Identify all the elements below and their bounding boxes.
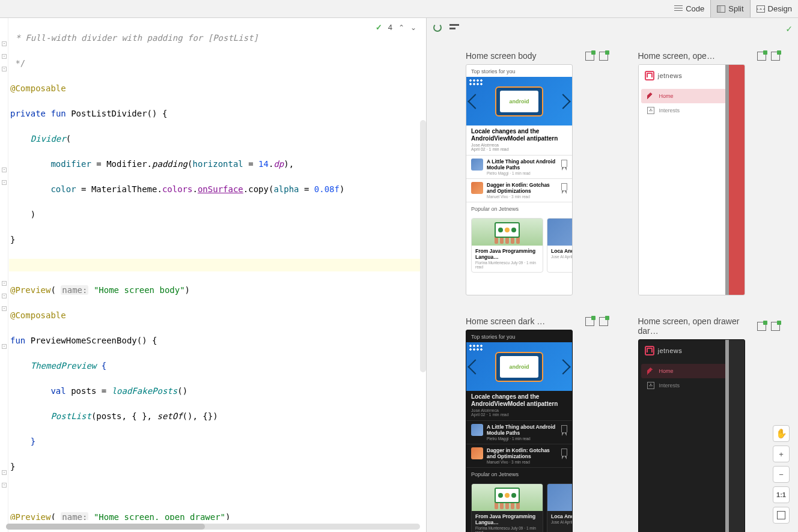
interactive-preview-icon[interactable]	[599, 52, 608, 61]
drawer-label: Home	[659, 93, 674, 99]
preview-title: Home screen body	[466, 51, 537, 61]
fold-marker[interactable]: -	[2, 180, 7, 185]
card: From Java Programming Langua…Florina Mun…	[471, 218, 543, 273]
row-meta: Manuel Vivo · 3 min read	[487, 460, 558, 464]
chevron-left-icon	[468, 359, 483, 374]
fold-marker[interactable]: -	[2, 67, 7, 71]
zoom-out-button[interactable]: −	[773, 466, 790, 483]
home-icon	[647, 367, 654, 375]
view-mode-design-label: Design	[768, 4, 792, 13]
section-title: Top stories for you	[466, 330, 572, 342]
chevron-left-icon	[468, 94, 483, 109]
drawer-layout: jetnews Home Interests	[639, 65, 745, 295]
hero-image: android	[466, 342, 572, 391]
bookmark-icon	[561, 449, 567, 456]
fold-marker[interactable]: -	[2, 294, 7, 298]
brand-name: jetnews	[658, 72, 683, 79]
article-meta: April 02 · 1 min read	[471, 413, 509, 417]
view-mode-toolbar: Code Split Design	[0, 0, 798, 18]
fold-marker[interactable]: -	[2, 470, 7, 475]
zoom-tools: ✋ + − 1:1	[773, 425, 790, 524]
deploy-preview-icon[interactable]	[585, 52, 594, 61]
interactive-preview-icon[interactable]	[599, 317, 608, 326]
interactive-preview-icon[interactable]	[771, 52, 780, 61]
list-item: Dagger in Kotlin: Gotchas and Optimizati…	[466, 178, 572, 202]
refresh-icon[interactable]	[433, 23, 442, 32]
hscroll-thumb[interactable]	[6, 524, 205, 530]
card-title: Loca Andr	[547, 246, 572, 254]
preview-pane: ✓ Home screen body Top stories for you a…	[427, 18, 798, 532]
card-meta: Jose Al April 02	[547, 519, 572, 527]
fold-marker[interactable]: -	[2, 483, 7, 488]
drawer-item-home: Home	[641, 89, 726, 103]
card: Loca AndrJose Al April 02	[547, 483, 572, 532]
fold-marker[interactable]: -	[2, 41, 7, 46]
row-title: A Little Thing about Android Module Path…	[487, 159, 558, 171]
card-meta: Jose Al April 02	[547, 254, 572, 262]
editor-hscrollbar[interactable]	[6, 524, 420, 530]
home-icon	[647, 92, 654, 100]
preview-home-body-dark: Home screen dark … Top stories for you a…	[466, 316, 608, 532]
drawer-brand: jetnews	[639, 65, 729, 89]
section-title: Top stories for you	[466, 65, 572, 77]
phone-illustration: android	[495, 352, 543, 382]
logo-icon	[645, 346, 654, 355]
deploy-preview-icon[interactable]	[585, 317, 594, 326]
zoom-reset-button[interactable]: 1:1	[773, 486, 790, 503]
card-meta: Florina Muntenescu July 09 · 1 min read	[472, 525, 543, 532]
section-title: Popular on Jetnews	[466, 202, 572, 214]
preview-drawer-light: Home screen, ope… jetnews Home Interests	[638, 51, 781, 295]
fold-marker[interactable]: -	[2, 281, 7, 286]
preview-title: Home screen, ope…	[638, 51, 715, 61]
android-badge: android	[500, 356, 538, 378]
card-title: From Java Programming Langua…	[472, 511, 543, 525]
view-mode-split[interactable]: Split	[710, 0, 750, 17]
code-editor[interactable]: * Full-width divider with padding for [P…	[9, 18, 426, 520]
dots-decor	[469, 344, 483, 351]
scrim	[729, 340, 745, 532]
hero-image: android	[466, 77, 572, 125]
drawer-item-interests: Interests	[641, 103, 726, 118]
list-icon	[647, 382, 654, 389]
row-title: Dagger in Kotlin: Gotchas and Optimizati…	[487, 182, 558, 194]
card: From Java Programming Langua…Florina Mun…	[471, 483, 543, 532]
fold-marker[interactable]: -	[2, 344, 7, 349]
editor-vscrollbar[interactable]	[420, 120, 426, 372]
card: Loca AndrJose Al April 02	[547, 218, 572, 273]
row-meta: Pietro Maggi · 1 min read	[487, 171, 558, 175]
zoom-in-button[interactable]: +	[773, 446, 790, 462]
drawer-brand: jetnews	[639, 340, 729, 364]
fold-marker[interactable]: -	[2, 306, 7, 311]
bookmark-icon	[561, 425, 567, 432]
row-title: A Little Thing about Android Module Path…	[487, 424, 558, 436]
deploy-preview-icon[interactable]	[757, 322, 766, 331]
deploy-preview-icon[interactable]	[757, 52, 766, 61]
device-frame[interactable]: jetnews Home Interests	[638, 339, 745, 532]
interactive-preview-icon[interactable]	[771, 322, 780, 331]
view-mode-code[interactable]: Code	[668, 0, 710, 17]
main-split: - - - - - - - - - - - ✓ 4 ⌃ ⌄ * Full-wid…	[0, 18, 798, 532]
preview-drawer-dark: Home screen, open drawer dar… jetnews Ho…	[638, 316, 781, 532]
view-mode-split-label: Split	[728, 4, 743, 13]
zoom-fit-button[interactable]	[773, 507, 790, 524]
nav-drawer: jetnews Home Interests	[639, 340, 729, 532]
dots-decor	[469, 79, 483, 86]
view-mode-design[interactable]: Design	[751, 0, 798, 17]
card-title: Loca Andr	[547, 511, 572, 519]
device-frame[interactable]: jetnews Home Interests	[638, 64, 745, 295]
preview-grid: Home screen body Top stories for you and…	[466, 51, 780, 532]
list-item: A Little Thing about Android Module Path…	[466, 155, 572, 178]
preview-settings-icon[interactable]	[449, 23, 459, 32]
status-ok-icon: ✓	[786, 23, 792, 34]
view-mode-code-label: Code	[686, 4, 704, 13]
article-meta: April 02 · 1 min read	[471, 147, 509, 151]
device-frame[interactable]: Top stories for you android Locale chang…	[466, 64, 573, 295]
chevron-right-icon	[555, 94, 570, 109]
drawer-layout: jetnews Home Interests	[639, 340, 745, 532]
editor-gutter[interactable]: - - - - - - - - - - -	[0, 18, 8, 532]
pan-tool-button[interactable]: ✋	[773, 425, 790, 442]
fit-icon	[777, 511, 785, 519]
fold-marker[interactable]: -	[2, 54, 7, 59]
fold-marker[interactable]: -	[2, 168, 7, 172]
device-frame[interactable]: Top stories for you android Locale chang…	[466, 330, 573, 532]
